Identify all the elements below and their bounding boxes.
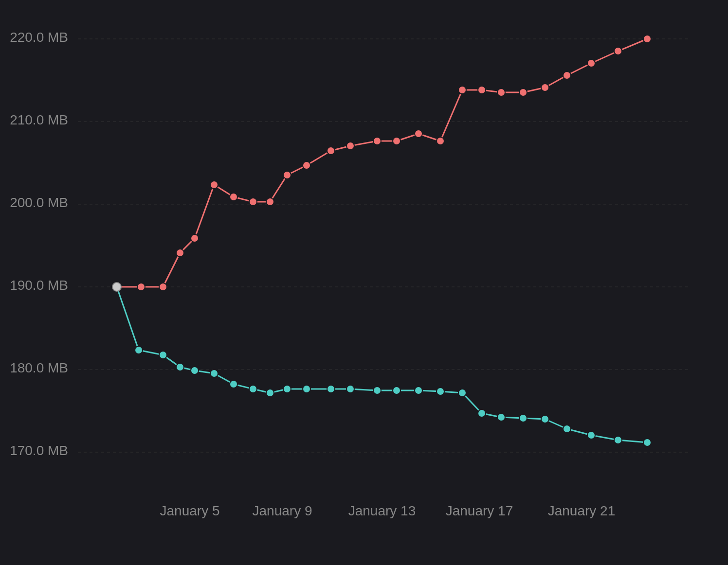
red-dot: [643, 35, 651, 43]
teal-dot: [249, 385, 257, 393]
red-dot: [614, 47, 622, 55]
y-label-200: 200.0 MB: [10, 195, 68, 210]
teal-dot: [587, 431, 595, 439]
red-dot: [283, 171, 291, 179]
red-dot: [137, 283, 145, 291]
red-dot: [519, 88, 527, 96]
teal-dot: [478, 409, 486, 417]
x-label-jan5: January 5: [160, 503, 220, 518]
teal-dot: [230, 380, 237, 388]
teal-dot: [415, 387, 422, 394]
svg-rect-0: [0, 0, 728, 565]
teal-dot: [563, 425, 571, 433]
red-dot: [176, 249, 184, 257]
teal-dot: [519, 414, 527, 422]
teal-dot: [176, 363, 184, 371]
red-dot: [415, 130, 422, 138]
red-dot: [563, 71, 571, 79]
red-dot: [191, 234, 199, 242]
teal-dot: [541, 415, 549, 423]
red-dot: [393, 137, 400, 145]
chart-svg: 220.0 MB 210.0 MB 200.0 MB 190.0 MB 180.…: [0, 0, 728, 565]
teal-dot: [135, 346, 143, 354]
teal-dot: [458, 389, 466, 397]
red-dot: [346, 142, 354, 150]
red-dot: [266, 198, 274, 206]
teal-dot: [191, 367, 199, 374]
red-dot: [458, 86, 466, 94]
x-label-jan13: January 13: [348, 503, 416, 518]
y-label-180: 180.0 MB: [10, 360, 68, 375]
red-dot: [437, 137, 444, 145]
teal-dot: [497, 413, 505, 421]
x-label-jan17: January 17: [446, 503, 513, 518]
teal-dot: [373, 387, 381, 394]
red-dot: [373, 137, 381, 145]
red-dot: [210, 181, 218, 189]
red-dot: [327, 147, 335, 155]
y-label-220: 220.0 MB: [10, 30, 68, 45]
red-dot: [497, 88, 505, 96]
teal-dot: [159, 351, 167, 359]
chart-container: 220.0 MB 210.0 MB 200.0 MB 190.0 MB 180.…: [0, 0, 728, 565]
red-dot: [159, 283, 167, 291]
teal-dot: [210, 370, 218, 377]
teal-dot: [283, 385, 291, 393]
teal-dot: [303, 385, 310, 393]
red-dot: [478, 86, 486, 94]
y-label-210: 210.0 MB: [10, 112, 68, 127]
red-dot: [249, 198, 257, 206]
x-label-jan21: January 21: [548, 503, 616, 518]
y-label-190: 190.0 MB: [10, 278, 68, 293]
teal-dot: [346, 385, 354, 393]
teal-dot: [614, 436, 622, 444]
red-dot: [541, 84, 549, 91]
teal-dot: [393, 387, 400, 394]
teal-dot: [327, 385, 335, 393]
y-label-170: 170.0 MB: [10, 443, 68, 458]
teal-dot: [643, 439, 651, 446]
red-dot: [587, 59, 595, 67]
red-dot: [230, 193, 237, 201]
teal-dot-start: [112, 282, 121, 291]
x-label-jan9: January 9: [253, 503, 312, 518]
red-dot: [303, 161, 310, 169]
teal-dot: [437, 388, 444, 395]
teal-dot: [266, 389, 274, 397]
